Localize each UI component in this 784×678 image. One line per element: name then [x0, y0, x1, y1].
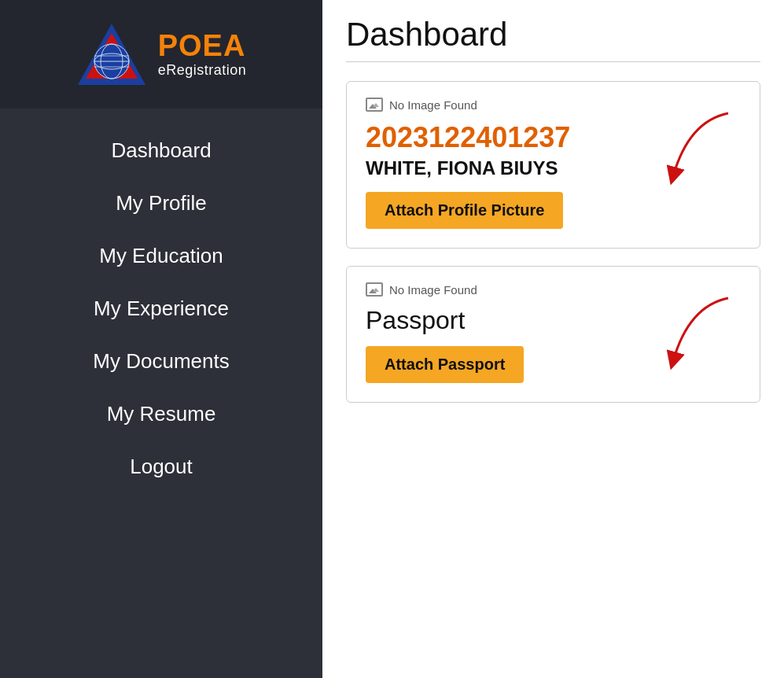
sidebar-nav: Dashboard My Profile My Education My Exp…	[0, 109, 322, 493]
profile-card: No Image Found 2023122401237 WHITE, FION…	[346, 81, 760, 249]
profile-image-alt-text: No Image Found	[389, 98, 477, 112]
sidebar-item-logout[interactable]: Logout	[0, 440, 322, 493]
passport-card: No Image Found Passport Attach Passport	[346, 266, 760, 403]
main-content: Dashboard No Image Found 2023122401237 W…	[322, 0, 784, 678]
logo-ereg: eRegistration	[158, 63, 247, 79]
passport-image-broken-icon	[366, 282, 383, 297]
sidebar-item-my-education[interactable]: My Education	[0, 230, 322, 282]
attach-passport-button[interactable]: Attach Passport	[366, 346, 524, 383]
logo-text: POEA eRegistration	[158, 30, 247, 79]
sidebar-item-my-experience[interactable]: My Experience	[0, 282, 322, 335]
sidebar-logo: POEA eRegistration	[0, 0, 322, 109]
image-broken-icon	[366, 98, 383, 112]
profile-id-number: 2023122401237	[366, 121, 741, 154]
logo-triangle-icon	[76, 22, 147, 87]
passport-image-placeholder: No Image Found	[366, 282, 741, 297]
profile-image-placeholder: No Image Found	[366, 98, 741, 112]
divider	[346, 61, 760, 62]
sidebar-item-my-documents[interactable]: My Documents	[0, 335, 322, 388]
sidebar-item-my-profile[interactable]: My Profile	[0, 177, 322, 230]
passport-image-alt-text: No Image Found	[389, 283, 477, 297]
page-title: Dashboard	[346, 16, 760, 53]
attach-profile-picture-button[interactable]: Attach Profile Picture	[366, 192, 563, 229]
profile-name: WHITE, FIONA BIUYS	[366, 157, 741, 179]
logo-poea: POEA	[158, 30, 247, 63]
sidebar-item-my-resume[interactable]: My Resume	[0, 388, 322, 440]
passport-label: Passport	[366, 306, 741, 335]
sidebar: POEA eRegistration Dashboard My Profile …	[0, 0, 322, 678]
sidebar-item-dashboard[interactable]: Dashboard	[0, 124, 322, 177]
